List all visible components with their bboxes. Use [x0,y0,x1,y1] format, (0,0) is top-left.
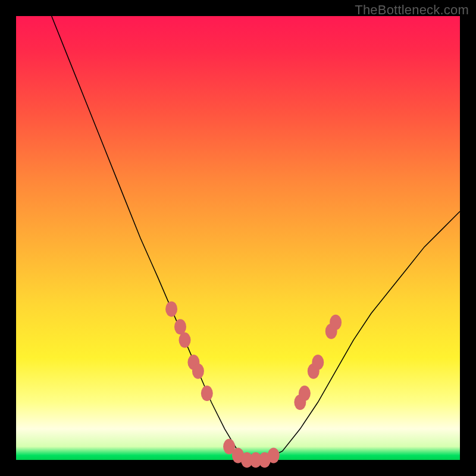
curve-marker [165,301,177,317]
watermark-text: TheBottleneck.com [355,2,469,18]
curve-marker [201,386,213,401]
curve-marker [330,315,342,330]
bottleneck-curve [52,16,460,460]
chart-svg [16,16,460,460]
chart-frame: TheBottleneck.com [0,0,476,476]
curve-marker [268,448,280,464]
curve-markers [165,301,342,468]
curve-marker [299,386,311,401]
chart-plot-area [16,16,460,460]
curve-marker [174,319,186,334]
curve-marker [312,355,324,370]
curve-marker [192,364,204,379]
curve-marker [179,333,191,348]
